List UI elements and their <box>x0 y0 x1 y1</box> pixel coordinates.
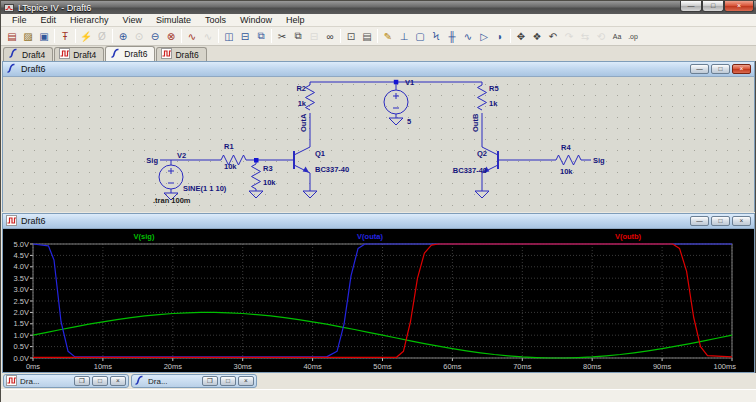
spice-directive-icon[interactable]: .op <box>625 28 641 44</box>
cascade-icon[interactable]: ⧉ <box>253 28 269 44</box>
inductor-icon[interactable]: ∿ <box>460 28 476 44</box>
control-panel-icon[interactable]: Ŧ <box>57 28 73 44</box>
paste-icon[interactable]: ⊟ <box>306 28 322 44</box>
find-icon[interactable]: ∞ <box>322 28 338 44</box>
tab-draft6-schematic[interactable]: Draft6 <box>105 46 155 61</box>
component-label-r5[interactable]: R5 <box>489 84 499 93</box>
value-label-q2[interactable]: BC337-40 <box>453 166 487 175</box>
ground-icon[interactable]: ⊥ <box>396 28 412 44</box>
print-icon[interactable]: ▤ <box>359 28 375 44</box>
zoom-area-icon[interactable]: ⊕ <box>115 28 131 44</box>
label-net-icon[interactable]: ▢ <box>412 28 428 44</box>
menu-file[interactable]: File <box>5 14 34 27</box>
waveform-close-button[interactable]: × <box>732 216 751 226</box>
legend-V(outa)[interactable]: V(outa) <box>357 232 383 241</box>
component-label-v2[interactable]: V2 <box>177 151 186 160</box>
zoom-out-icon[interactable]: ⊖ <box>147 28 163 44</box>
component-label-q1[interactable]: Q1 <box>315 149 325 158</box>
text-icon[interactable]: Aa <box>609 28 625 44</box>
new-schematic-icon[interactable]: ▤ <box>4 28 20 44</box>
legend-V(outb)[interactable]: V(outb) <box>615 232 642 241</box>
maximize-button[interactable]: □ <box>702 1 724 12</box>
net-label-outb[interactable]: OutB <box>471 113 480 132</box>
component-icon[interactable]: ◗ <box>492 28 508 44</box>
restore-button[interactable]: ❐ <box>202 376 218 386</box>
capacitor-icon[interactable]: ╫ <box>444 28 460 44</box>
save-icon[interactable]: ▣ <box>36 28 52 44</box>
menu-help[interactable]: Help <box>279 14 312 27</box>
spice-directive-tran[interactable]: .tran 100m <box>153 196 191 205</box>
redo-icon[interactable]: ↷ <box>561 28 577 44</box>
tab-draft4-waveform[interactable]: Draft4 <box>54 47 104 61</box>
drag-icon[interactable]: ❖ <box>529 28 545 44</box>
zoom-back-icon[interactable]: ⊙ <box>131 28 147 44</box>
component-label-r3[interactable]: R3 <box>263 164 273 173</box>
minimized-window-schematic[interactable]: Dra...❐□× <box>131 374 257 388</box>
value-label-q1[interactable]: BC337-40 <box>315 165 349 174</box>
close-button[interactable]: × <box>238 376 254 386</box>
resistor-icon[interactable]: Ϟ <box>428 28 444 44</box>
waveform-maximize-button[interactable]: □ <box>711 216 730 226</box>
tab-draft6-waveform[interactable]: Draft6 <box>156 47 206 61</box>
schematic-minimize-button[interactable]: — <box>690 64 709 74</box>
net-label-sig-right[interactable]: Sig <box>593 156 605 165</box>
wire-icon[interactable]: ✎ <box>380 28 396 44</box>
maximize-button[interactable]: □ <box>92 376 108 386</box>
zoom-full-icon[interactable]: ⊗ <box>163 28 179 44</box>
component-label-r4[interactable]: R4 <box>561 143 571 152</box>
value-label-r3[interactable]: 10k <box>263 178 276 187</box>
value-label-r4[interactable]: 10k <box>560 167 573 176</box>
tile-horz-icon[interactable]: ⊟ <box>237 28 253 44</box>
value-label-r2[interactable]: 1k <box>298 99 307 108</box>
component-label-r1[interactable]: R1 <box>224 142 234 151</box>
copy-icon[interactable]: ⧉ <box>290 28 306 44</box>
schematic-close-button[interactable]: × <box>732 64 751 74</box>
minimized-window-waveform[interactable]: Dra...❐□× <box>3 374 129 388</box>
schematic-maximize-button[interactable]: □ <box>711 64 730 74</box>
menu-tools[interactable]: Tools <box>198 14 233 27</box>
schematic-canvas[interactable]: Sig V2 SINE(1 1 10) R1 10k R3 10k Q1 BC3… <box>3 77 754 212</box>
mark-data-icon[interactable]: ∿ <box>200 28 216 44</box>
move-icon[interactable]: ✥ <box>513 28 529 44</box>
run-icon[interactable]: ⚡ <box>78 28 94 44</box>
menu-hierarchy[interactable]: Hierarchy <box>63 14 116 27</box>
value-label-v1[interactable]: 5 <box>407 117 411 126</box>
open-icon[interactable]: ▨ <box>20 28 36 44</box>
schematic-window-titlebar[interactable]: Draft6 — □ × <box>3 62 754 77</box>
net-label-sig-left[interactable]: Sig <box>146 156 158 165</box>
minimize-button[interactable]: — <box>680 1 702 12</box>
tab-draft4-schematic[interactable]: Draft4 <box>3 47 53 61</box>
close-button[interactable]: × <box>110 376 126 386</box>
tile-vert-icon[interactable]: ◫ <box>221 28 237 44</box>
autorange-icon[interactable]: ∿ <box>184 28 200 44</box>
restore-button[interactable]: ❐ <box>74 376 90 386</box>
waveform-plot-area[interactable]: 5.0V4.5V4.0V3.5V3.0V2.5V2.0V1.5V1.0V0.5V… <box>3 229 754 372</box>
diode-icon[interactable]: ▷ <box>476 28 492 44</box>
component-label-v1[interactable]: V1 <box>405 78 414 87</box>
value-label-r5[interactable]: 1k <box>489 99 498 108</box>
component-label-r2[interactable]: R2 <box>296 84 306 93</box>
close-button[interactable]: × <box>724 1 754 12</box>
trace-V(outa)[interactable] <box>33 244 732 357</box>
mirror-icon[interactable]: ⇆ <box>577 28 593 44</box>
menu-edit[interactable]: Edit <box>34 14 64 27</box>
menu-simulate[interactable]: Simulate <box>149 14 198 27</box>
value-label-r1[interactable]: 10k <box>224 162 237 171</box>
net-label-outa[interactable]: OutA <box>299 113 308 132</box>
menu-window[interactable]: Window <box>233 14 279 27</box>
y-axis-tick: 3.5V <box>14 274 29 283</box>
print-preview-icon[interactable]: ⊡ <box>343 28 359 44</box>
cut-icon[interactable]: ✂ <box>274 28 290 44</box>
component-label-q2[interactable]: Q2 <box>477 149 487 158</box>
maximize-button[interactable]: □ <box>220 376 236 386</box>
undo-icon[interactable]: ↶ <box>545 28 561 44</box>
waveform-window-titlebar[interactable]: Draft6 — □ × <box>3 214 754 229</box>
legend-V(sig)[interactable]: V(sig) <box>134 232 155 241</box>
menu-view[interactable]: View <box>116 14 149 27</box>
y-axis-tick: 0.5V <box>14 342 29 351</box>
waveform-minimize-button[interactable]: — <box>690 216 709 226</box>
rotate-icon[interactable]: ⟲ <box>593 28 609 44</box>
halt-icon[interactable]: Ø <box>94 28 110 44</box>
value-label-sine[interactable]: SINE(1 1 10) <box>183 184 227 193</box>
x-axis-tick: 10ms <box>94 362 113 371</box>
